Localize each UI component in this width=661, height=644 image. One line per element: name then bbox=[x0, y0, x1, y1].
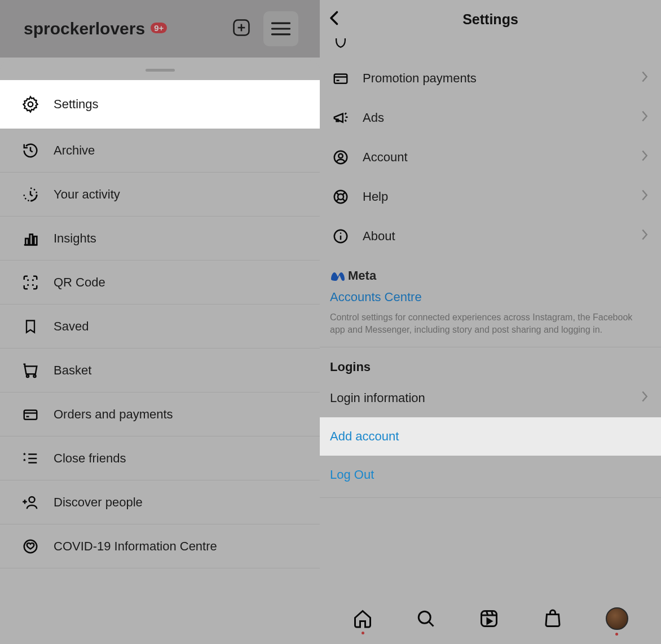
avatar-icon bbox=[606, 607, 628, 630]
basket-icon bbox=[20, 362, 41, 379]
settings-row-account[interactable]: Account bbox=[320, 138, 661, 177]
menu-item-qr[interactable]: QR Code bbox=[0, 261, 320, 305]
settings-row-ads[interactable]: Ads bbox=[320, 98, 661, 138]
menu-item-label: Basket bbox=[54, 363, 91, 378]
svg-point-34 bbox=[338, 154, 343, 158]
login-row-label: Add account bbox=[330, 429, 399, 444]
accounts-centre-link[interactable]: Accounts Centre bbox=[330, 290, 651, 305]
discover-icon bbox=[20, 494, 41, 511]
chevron-left-icon bbox=[324, 8, 345, 28]
menu-item-label: QR Code bbox=[54, 275, 105, 290]
settings-header: Settings bbox=[320, 0, 661, 38]
login-row-log-out[interactable]: Log Out bbox=[320, 456, 661, 494]
shop-icon bbox=[543, 608, 563, 629]
shield-icon bbox=[330, 38, 351, 48]
close-friends-icon bbox=[20, 450, 41, 467]
sheet-handle[interactable] bbox=[0, 60, 320, 80]
settings-row-about[interactable]: About bbox=[320, 217, 661, 256]
menu-item-close-friends[interactable]: Close friends bbox=[0, 436, 320, 480]
menu-item-label: Orders and payments bbox=[54, 407, 173, 422]
svg-line-45 bbox=[429, 622, 434, 627]
notification-dot bbox=[615, 633, 618, 636]
chevron-right-icon bbox=[641, 228, 649, 244]
tab-shop[interactable] bbox=[543, 608, 563, 629]
menu-item-settings[interactable]: Settings bbox=[0, 80, 320, 129]
svg-line-30 bbox=[345, 113, 347, 114]
hamburger-icon bbox=[271, 21, 290, 36]
chevron-right-icon bbox=[641, 110, 649, 126]
logins-section-title: Logins bbox=[320, 347, 661, 379]
menu-item-label: Insights bbox=[54, 231, 96, 246]
svg-rect-27 bbox=[334, 74, 347, 83]
svg-point-15 bbox=[27, 375, 29, 377]
settings-row-label: About bbox=[363, 229, 395, 244]
bottom-sheet: Settings Archive Your activi bbox=[0, 60, 320, 568]
svg-line-32 bbox=[345, 120, 347, 122]
svg-rect-46 bbox=[482, 611, 497, 627]
menu-item-archive[interactable]: Archive bbox=[0, 129, 320, 173]
tab-profile[interactable] bbox=[606, 607, 628, 630]
menu-item-covid[interactable]: COVID-19 Information Centre bbox=[0, 524, 320, 568]
reels-icon bbox=[479, 608, 499, 629]
qr-icon bbox=[20, 274, 41, 291]
back-button[interactable] bbox=[324, 8, 345, 30]
menu-item-label: Your activity bbox=[54, 187, 120, 202]
settings-row-label: Promotion payments bbox=[363, 71, 477, 86]
notification-badge: 9+ bbox=[151, 23, 167, 33]
menu-item-label: Close friends bbox=[54, 451, 126, 466]
menu-item-insights[interactable]: Insights bbox=[0, 217, 320, 261]
svg-rect-17 bbox=[24, 410, 37, 419]
svg-point-12 bbox=[32, 279, 34, 281]
username[interactable]: sprockerlovers bbox=[24, 19, 145, 38]
login-row-login-information[interactable]: Login information bbox=[320, 379, 661, 417]
svg-rect-10 bbox=[34, 236, 37, 245]
settings-row-label: Help bbox=[363, 189, 388, 204]
tab-reels[interactable] bbox=[479, 608, 499, 629]
meta-brand: Meta bbox=[348, 268, 376, 283]
menu-item-basket[interactable]: Basket bbox=[0, 349, 320, 392]
menu-item-activity[interactable]: Your activity bbox=[0, 173, 320, 217]
settings-row-label: Ads bbox=[363, 111, 384, 125]
settings-row-label: Account bbox=[363, 150, 408, 165]
menu-item-discover[interactable]: Discover people bbox=[0, 480, 320, 524]
tab-home[interactable] bbox=[352, 608, 373, 629]
menu-button[interactable] bbox=[263, 11, 298, 46]
svg-point-44 bbox=[419, 611, 431, 623]
create-button[interactable] bbox=[232, 18, 251, 39]
menu-item-label: COVID-19 Information Centre bbox=[54, 539, 217, 554]
settings-row-security[interactable]: Security bbox=[320, 38, 661, 59]
svg-line-40 bbox=[336, 199, 338, 201]
chevron-right-icon bbox=[641, 390, 649, 406]
insights-icon bbox=[20, 230, 41, 247]
tab-search[interactable] bbox=[416, 608, 436, 629]
login-row-label: Log Out bbox=[330, 467, 374, 482]
info-icon bbox=[330, 228, 351, 245]
settings-row-promotion-payments[interactable]: Promotion payments bbox=[320, 59, 661, 98]
svg-point-13 bbox=[27, 284, 29, 285]
home-icon bbox=[352, 608, 373, 629]
bookmark-icon bbox=[20, 318, 41, 335]
person-circle-icon bbox=[330, 149, 351, 166]
chevron-right-icon bbox=[641, 70, 649, 86]
card-icon bbox=[20, 406, 41, 423]
svg-point-6 bbox=[28, 102, 33, 107]
gear-icon bbox=[20, 95, 41, 113]
svg-point-43 bbox=[340, 232, 342, 234]
profile-header: sprockerlovers 9+ bbox=[0, 0, 320, 58]
svg-line-37 bbox=[336, 192, 338, 195]
menu-item-label: Discover people bbox=[54, 495, 143, 510]
menu-item-orders[interactable]: Orders and payments bbox=[0, 392, 320, 436]
chevron-right-icon bbox=[641, 149, 649, 165]
covid-icon bbox=[20, 538, 41, 555]
login-row-add-account[interactable]: Add account bbox=[320, 417, 661, 456]
page-title: Settings bbox=[462, 11, 518, 28]
notification-dot bbox=[362, 632, 364, 634]
plus-square-icon bbox=[232, 18, 251, 37]
menu-item-saved[interactable]: Saved bbox=[0, 305, 320, 349]
settings-row-help[interactable]: Help bbox=[320, 177, 661, 217]
archive-icon bbox=[20, 142, 41, 159]
svg-point-23 bbox=[29, 497, 35, 502]
menu-item-label: Saved bbox=[54, 319, 89, 334]
svg-rect-8 bbox=[25, 239, 28, 245]
card-icon bbox=[330, 70, 351, 87]
